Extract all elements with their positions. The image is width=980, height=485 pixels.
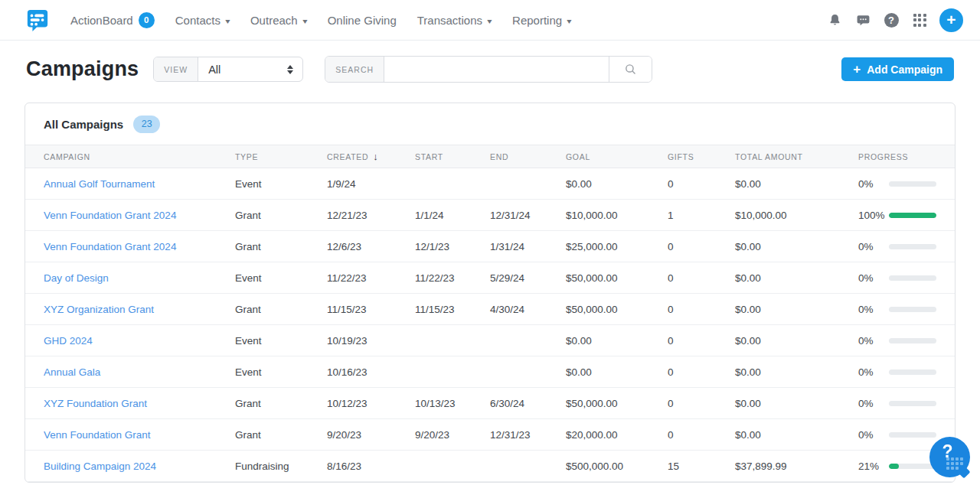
total-amount-cell: $0.00: [727, 231, 851, 262]
panel-header: All Campaigns 23: [25, 103, 955, 145]
end-cell: [482, 356, 558, 388]
progress-percent: 0%: [858, 429, 889, 441]
chat-button[interactable]: [854, 11, 871, 28]
total-amount-cell: $0.00: [727, 388, 851, 419]
plus-icon: +: [853, 63, 861, 76]
campaign-link[interactable]: GHD 2024: [44, 335, 93, 347]
campaign-link[interactable]: Day of Design: [44, 272, 109, 284]
campaigns-table: CAMPAIGN TYPE CREATED↓ START END GOAL GI…: [25, 145, 956, 482]
search-submit-button[interactable]: [609, 57, 652, 82]
type-cell: Grant: [227, 388, 319, 419]
app-logo[interactable]: [26, 8, 49, 31]
column-header-created[interactable]: CREATED↓: [319, 145, 407, 168]
start-cell: 11/15/23: [407, 294, 482, 325]
campaign-link[interactable]: Venn Foundation Grant 2024: [44, 210, 176, 221]
progress-bar-fill: [889, 464, 899, 469]
gifts-cell: 0: [660, 168, 727, 200]
campaign-cell: XYZ Organization Grant: [25, 294, 227, 325]
progress-cell: 0%: [851, 388, 956, 419]
nav-outreach[interactable]: Outreach ▾: [250, 14, 307, 27]
quick-add-button[interactable]: +: [939, 8, 963, 32]
help-button[interactable]: ?: [883, 11, 900, 28]
column-header-campaign[interactable]: CAMPAIGN: [25, 145, 227, 168]
view-label: VIEW: [154, 57, 198, 81]
progress-cell: 0%: [851, 168, 956, 200]
progress-bar-track: [889, 369, 936, 375]
bell-icon: [828, 13, 842, 28]
campaign-link[interactable]: Annual Gala: [44, 366, 100, 378]
campaigns-panel: All Campaigns 23 CAMPAIGN TYPE CREATED↓ …: [24, 103, 956, 483]
created-cell: 12/21/23: [319, 200, 407, 231]
total-amount-cell: $0.00: [727, 294, 851, 325]
column-header-goal[interactable]: GOAL: [558, 145, 660, 168]
search-input[interactable]: [384, 57, 609, 82]
campaign-link[interactable]: Venn Foundation Grant: [44, 429, 151, 441]
view-select[interactable]: VIEW All: [153, 57, 303, 82]
goal-cell: $0.00: [558, 356, 660, 388]
notifications-button[interactable]: [826, 11, 843, 28]
progress-percent: 0%: [858, 366, 889, 378]
nav-online-giving[interactable]: Online Giving: [328, 14, 397, 27]
campaign-link[interactable]: XYZ Foundation Grant: [44, 398, 147, 409]
type-cell: Event: [227, 325, 319, 356]
progress-cell: 0%: [851, 356, 956, 388]
start-cell: 10/13/23: [407, 388, 482, 419]
progress-percent: 0%: [858, 178, 889, 190]
nav-utilities: ? +: [826, 8, 963, 32]
page-title: Campaigns: [26, 57, 139, 81]
created-cell: 1/9/24: [319, 168, 407, 200]
nav-reporting[interactable]: Reporting ▾: [512, 14, 571, 27]
table-header-row: CAMPAIGN TYPE CREATED↓ START END GOAL GI…: [25, 145, 956, 168]
gifts-cell: 0: [660, 294, 727, 325]
column-header-start[interactable]: START: [407, 145, 482, 168]
progress-bar-track: [889, 181, 936, 187]
grid-icon: [913, 14, 926, 27]
nav-contacts[interactable]: Contacts ▾: [175, 14, 230, 27]
select-arrows-icon: [287, 65, 293, 74]
add-campaign-button[interactable]: + Add Campaign: [841, 57, 954, 81]
progress-percent: 0%: [858, 304, 889, 315]
campaign-link[interactable]: Annual Golf Tournament: [44, 178, 155, 190]
total-amount-cell: $0.00: [727, 262, 851, 294]
column-header-total-amount[interactable]: TOTAL AMOUNT: [727, 145, 851, 168]
start-cell: 9/20/23: [407, 419, 482, 451]
gifts-cell: 0: [660, 325, 727, 356]
table-row: Annual Gala Event 10/16/23 $0.00 0 $0.00…: [25, 356, 956, 388]
table-row: XYZ Foundation Grant Grant 10/12/23 10/1…: [25, 388, 956, 419]
nav-actionboard[interactable]: ActionBoard 0: [70, 12, 155, 28]
sort-descending-icon: ↓: [373, 151, 378, 162]
total-amount-cell: $0.00: [727, 325, 851, 356]
help-launcher-button[interactable]: ?: [929, 437, 970, 477]
search-group: SEARCH: [325, 56, 652, 83]
nav-actionboard-label: ActionBoard: [70, 14, 133, 27]
column-header-end[interactable]: END: [482, 145, 558, 168]
campaign-count-badge: 23: [133, 116, 160, 133]
created-cell: 12/6/23: [319, 231, 407, 262]
chevron-down-icon: ▾: [225, 17, 230, 25]
start-cell: 12/1/23: [407, 231, 482, 262]
campaign-link[interactable]: XYZ Organization Grant: [44, 304, 154, 315]
speech-bubble-logo-icon: [26, 8, 49, 31]
nav-transactions[interactable]: Transactions ▾: [417, 14, 492, 27]
end-cell: 12/31/24: [482, 200, 558, 231]
apps-button[interactable]: [911, 11, 928, 28]
campaign-cell: Day of Design: [25, 262, 227, 294]
campaign-link[interactable]: Venn Foundation Grant 2024: [44, 241, 176, 252]
progress-cell: 0%: [851, 262, 956, 294]
column-header-type[interactable]: TYPE: [227, 145, 319, 168]
progress-percent: 0%: [858, 272, 889, 284]
plus-icon: +: [946, 11, 956, 28]
start-cell: 11/22/23: [407, 262, 482, 294]
end-cell: [482, 168, 558, 200]
gifts-cell: 0: [660, 262, 727, 294]
start-cell: 1/1/24: [407, 200, 482, 231]
column-header-progress[interactable]: PROGRESS: [851, 145, 956, 168]
actionboard-count-badge: 0: [139, 12, 155, 28]
type-cell: Fundraising: [227, 451, 319, 482]
chevron-down-icon: ▾: [567, 17, 571, 25]
created-cell: 10/19/23: [319, 325, 407, 356]
campaign-link[interactable]: Building Campaign 2024: [44, 461, 156, 472]
column-header-gifts[interactable]: GIFTS: [660, 145, 727, 168]
gifts-cell: 15: [660, 451, 727, 482]
campaign-cell: XYZ Foundation Grant: [25, 388, 227, 419]
